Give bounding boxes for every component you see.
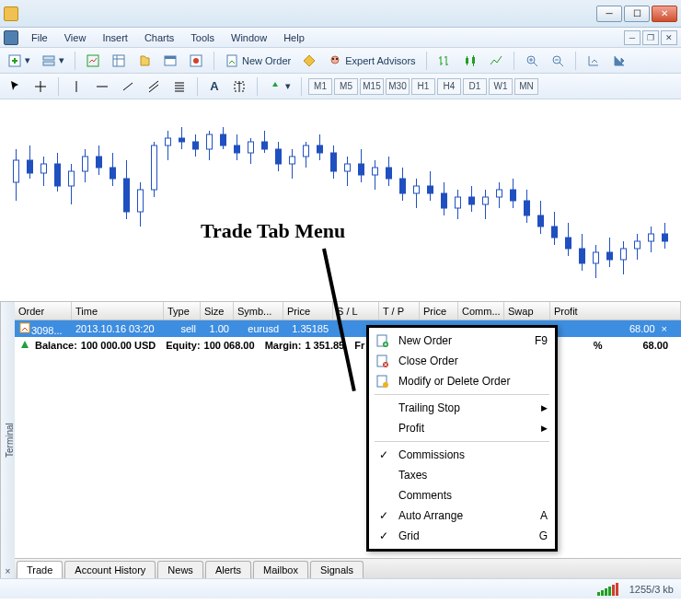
minimize-button[interactable]: ─ <box>596 6 622 22</box>
candle-chart-button[interactable] <box>459 51 481 71</box>
svg-rect-92 <box>511 190 516 201</box>
zoom-in-button[interactable] <box>521 51 543 71</box>
hline-button[interactable] <box>91 76 113 97</box>
tab-trade[interactable]: Trade <box>17 561 63 578</box>
svg-rect-106 <box>607 252 613 260</box>
mdi-minimize-button[interactable]: ─ <box>624 30 641 45</box>
annotation-label: Trade Tab Menu <box>201 219 345 243</box>
menu-insert[interactable]: Insert <box>95 30 135 45</box>
timeframe-m1[interactable]: M1 <box>308 78 332 95</box>
auto-scroll-button[interactable] <box>583 51 605 71</box>
svg-rect-80 <box>428 186 433 193</box>
mdi-restore-button[interactable]: ❐ <box>642 30 659 45</box>
timeframe-d1[interactable]: D1 <box>463 78 487 95</box>
chart-area[interactable]: Trade Tab Menu <box>0 99 681 302</box>
svg-rect-34 <box>110 168 116 179</box>
close-button[interactable]: ✕ <box>652 6 677 22</box>
col-symbol[interactable]: Symb... <box>234 302 283 320</box>
svg-rect-4 <box>113 55 124 66</box>
profiles-button[interactable]: ▾ <box>38 51 68 71</box>
menu-window[interactable]: Window <box>224 30 274 45</box>
maximize-button[interactable]: ☐ <box>624 6 650 22</box>
svg-rect-78 <box>414 186 420 193</box>
svg-rect-32 <box>97 157 102 168</box>
close-trade-icon[interactable]: × <box>662 323 667 334</box>
tab-mailbox[interactable]: Mailbox <box>253 561 308 578</box>
timeframe-mn[interactable]: MN <box>514 78 538 95</box>
autoscroll-icon <box>586 53 601 68</box>
ctx-profit[interactable]: Profit ▶ <box>369 418 555 438</box>
new-chart-button[interactable]: ▾ <box>4 51 34 71</box>
col-comm[interactable]: Comm... <box>458 302 504 320</box>
col-price2[interactable]: Price <box>420 302 458 320</box>
expert-advisors-button[interactable]: Expert Advisors <box>324 51 419 71</box>
fibo-button[interactable] <box>168 76 190 97</box>
chart-shift-button[interactable] <box>608 51 630 71</box>
menu-charts[interactable]: Charts <box>137 30 181 45</box>
tab-news[interactable]: News <box>157 561 203 578</box>
balance-icon <box>18 339 31 352</box>
ctx-comments[interactable]: Comments <box>369 485 555 506</box>
timeframe-w1[interactable]: W1 <box>489 78 513 95</box>
text-button[interactable]: A <box>204 76 225 97</box>
timeframe-h1[interactable]: H1 <box>411 78 435 95</box>
cursor-button[interactable] <box>4 76 26 97</box>
line-chart-button[interactable] <box>485 51 507 71</box>
svg-rect-56 <box>262 142 268 149</box>
ctx-modify-order[interactable]: Modify or Delete Order <box>369 371 555 391</box>
tab-account-history[interactable]: Account History <box>64 561 156 578</box>
ctx-commissions[interactable]: ✓ Commissions <box>369 445 555 465</box>
mdi-close-button[interactable]: ✕ <box>661 30 677 45</box>
menu-tools[interactable]: Tools <box>183 30 222 45</box>
terminal-close-button[interactable]: × <box>3 566 13 576</box>
trade-row[interactable]: 3098... 2013.10.16 03:20 sell 1.00 eurus… <box>15 320 681 337</box>
terminal-button[interactable] <box>159 51 181 71</box>
col-price[interactable]: Price <box>283 302 333 320</box>
svg-point-121 <box>383 382 388 388</box>
arrows-button[interactable]: ▾ <box>264 76 294 97</box>
strategy-tester-button[interactable] <box>185 51 207 71</box>
menu-help[interactable]: Help <box>276 30 312 45</box>
ctx-close-order[interactable]: Close Order <box>369 351 555 371</box>
data-window-button[interactable] <box>108 51 130 71</box>
metaeditor-button[interactable] <box>298 51 320 71</box>
ctx-trailing-stop[interactable]: Trailing Stop ▶ <box>369 398 555 418</box>
tab-signals[interactable]: Signals <box>310 561 364 578</box>
trendline-button[interactable] <box>117 76 139 97</box>
ctx-grid[interactable]: ✓ Grid G <box>369 526 555 546</box>
timeframe-m5[interactable]: M5 <box>334 78 358 95</box>
zoom-out-button[interactable] <box>547 51 569 71</box>
tester-icon <box>189 53 203 68</box>
channel-button[interactable] <box>143 76 165 97</box>
ctx-new-order[interactable]: New Order F9 <box>369 331 555 351</box>
timeframe-m15[interactable]: M15 <box>360 78 384 95</box>
menu-bar: File View Insert Charts Tools Window Hel… <box>0 28 681 48</box>
timeframe-m30[interactable]: M30 <box>386 78 410 95</box>
crosshair-button[interactable] <box>29 76 52 97</box>
menu-file[interactable]: File <box>24 30 55 45</box>
ctx-auto-arrange[interactable]: ✓ Auto Arrange A <box>369 506 555 526</box>
navigator-button[interactable] <box>133 51 156 71</box>
new-order-button[interactable]: New Order <box>221 51 294 71</box>
col-tp[interactable]: T / P <box>379 302 420 320</box>
col-size[interactable]: Size <box>201 302 234 320</box>
menu-view[interactable]: View <box>57 30 94 45</box>
col-type[interactable]: Type <box>164 302 201 320</box>
col-time[interactable]: Time <box>72 302 164 320</box>
connection-label: 1255/3 kb <box>629 584 674 595</box>
profile-icon <box>41 53 56 68</box>
col-swap[interactable]: Swap <box>504 302 550 320</box>
label-button[interactable]: T <box>228 76 250 97</box>
grid-header: Order Time Type Size Symb... Price S / L… <box>15 302 681 320</box>
vline-button[interactable] <box>65 76 87 97</box>
svg-rect-88 <box>483 197 489 204</box>
timeframe-h4[interactable]: H4 <box>437 78 461 95</box>
trade-context-menu: New Order F9 Close Order Modify or Delet… <box>366 325 558 552</box>
tab-alerts[interactable]: Alerts <box>205 561 251 578</box>
col-profit[interactable]: Profit <box>550 302 681 320</box>
col-order[interactable]: Order <box>15 302 72 320</box>
market-watch-button[interactable] <box>82 51 104 71</box>
bar-chart-button[interactable] <box>433 51 456 71</box>
ctx-taxes[interactable]: Taxes <box>369 465 555 485</box>
svg-rect-6 <box>165 56 176 59</box>
